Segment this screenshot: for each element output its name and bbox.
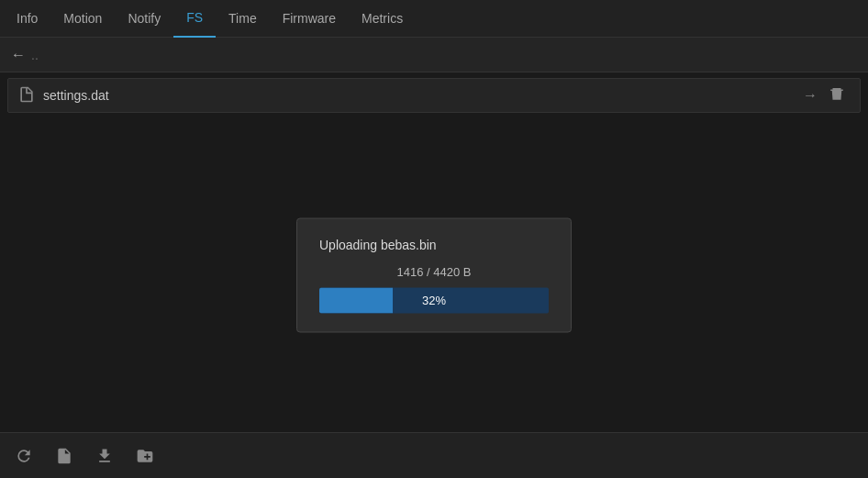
file-list: settings.dat → xyxy=(0,72,868,118)
file-icon xyxy=(17,85,36,106)
new-folder-button[interactable] xyxy=(132,443,158,469)
file-row[interactable]: settings.dat → xyxy=(7,78,861,113)
nav-item-metrics[interactable]: Metrics xyxy=(349,0,416,38)
file-name: settings.dat xyxy=(43,88,797,103)
nav-item-info[interactable]: Info xyxy=(4,0,50,38)
upload-progress-bytes: 1416 / 4420 B xyxy=(319,265,549,279)
breadcrumb-separator: .. xyxy=(31,48,39,62)
progress-bar-fill xyxy=(319,288,393,314)
upload-dialog: Uploading bebas.bin 1416 / 4420 B 32% xyxy=(296,218,572,333)
file-delete-button[interactable] xyxy=(823,82,851,109)
file-navigate-button[interactable]: → xyxy=(797,83,823,107)
refresh-button[interactable] xyxy=(11,443,37,469)
bottom-toolbar xyxy=(0,432,868,478)
nav-item-firmware[interactable]: Firmware xyxy=(270,0,349,38)
breadcrumb-back-button[interactable]: ← xyxy=(11,47,26,63)
progress-bar-container: 32% xyxy=(319,288,549,314)
nav-item-motion[interactable]: Motion xyxy=(50,0,115,38)
main-content: Uploading bebas.bin 1416 / 4420 B 32% xyxy=(0,118,868,432)
nav-item-notify[interactable]: Notify xyxy=(115,0,173,38)
progress-bar-label: 32% xyxy=(422,294,446,307)
nav-item-time[interactable]: Time xyxy=(216,0,270,38)
upload-button[interactable] xyxy=(92,443,117,469)
new-file-button[interactable] xyxy=(51,443,77,469)
breadcrumb-bar: ← .. xyxy=(0,38,868,72)
nav-item-fs[interactable]: FS xyxy=(173,0,216,38)
nav-bar: Info Motion Notify FS Time Firmware Metr… xyxy=(0,0,868,38)
upload-title: Uploading bebas.bin xyxy=(319,238,549,252)
